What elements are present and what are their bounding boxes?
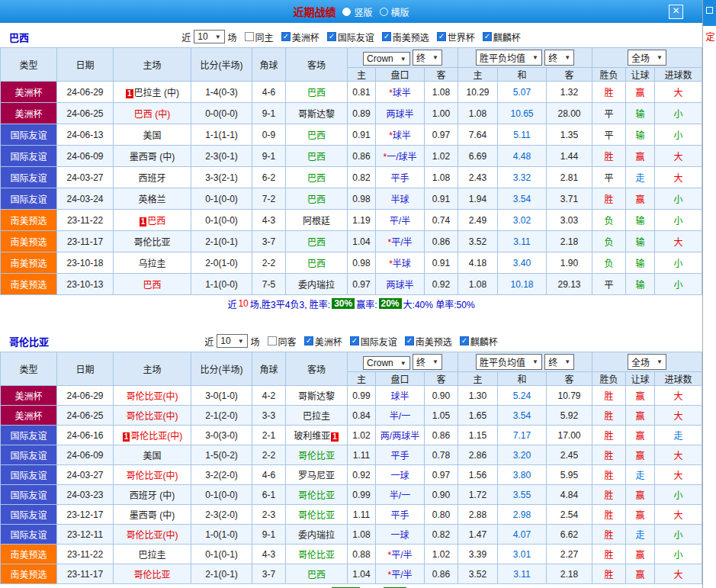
euro-away-odds: 2.18 <box>547 564 592 584</box>
table-header-row: 类型 日期 主场 比分(半场) 角球 客场 Crown 终 胜平负均值 终 <box>1 48 702 68</box>
close-icon[interactable]: ✕ <box>669 5 683 19</box>
corners: 4-6 <box>252 465 286 485</box>
home-team-name: 墨西哥 (中) <box>130 510 175 521</box>
section-header-brazil: 巴西 近 10 场 同主美洲杯国际友谊南美预选世界杯麒麟杯 <box>0 27 702 46</box>
odds-stage-select[interactable]: 终 <box>413 50 442 66</box>
match-count-select[interactable]: 10 <box>217 334 247 348</box>
col-goals: 进球数 <box>655 68 702 82</box>
checkbox-label: 国际友谊 <box>338 31 374 43</box>
match-date: 24-06-16 <box>57 426 114 445</box>
radio-icon[interactable] <box>342 8 351 16</box>
handicap-text: 两球半 <box>386 109 413 120</box>
view-option-label: 竖版 <box>354 5 372 18</box>
checkbox-icon[interactable] <box>483 32 492 41</box>
match-type: 南美预选 <box>1 210 57 231</box>
checkbox-icon[interactable] <box>382 32 391 41</box>
result-group: 全场 <box>592 352 702 372</box>
bookmaker-select[interactable]: Crown <box>363 52 410 66</box>
euro-home-odds: 3.52 <box>458 564 498 584</box>
goals-ou: 大 <box>655 167 702 188</box>
view-option-vertical[interactable]: 竖版 <box>342 5 372 18</box>
match-date: 24-06-25 <box>57 103 114 124</box>
recent-results-modal: 近期战绩 竖版 横版 ✕ 巴西 近 10 场 同主美洲杯国际友谊南美预选世界杯麒… <box>0 0 702 588</box>
checkbox-icon[interactable] <box>304 336 313 345</box>
competition-filter[interactable]: 同主 <box>245 31 274 43</box>
europe-odds-value: 胜平负均值 <box>480 51 525 64</box>
europe-odds-select[interactable]: 胜平负均值 <box>476 354 542 370</box>
euro-draw-odds: 3.40 <box>498 252 547 274</box>
col-asian-away: 客 <box>425 68 458 82</box>
match-row: 南美预选 23-11-17 哥伦比亚 2-1(0-1) 3-7 巴西 1.04 … <box>1 231 702 252</box>
result-wdl: 平 <box>592 167 626 188</box>
goals-ou: 大 <box>655 231 702 252</box>
ou-text: 大 <box>674 391 683 402</box>
competition-filter[interactable]: 美洲杯 <box>304 335 342 348</box>
filter-games-label: 场 <box>228 31 237 43</box>
match-row: 美洲杯 24-06-29 哥伦比亚(中) 3-0(1-0) 4-2 哥斯达黎 0… <box>1 386 702 406</box>
competition-filter[interactable]: 国际友谊 <box>327 31 374 43</box>
summary-text: 场,胜3平4负3, 胜率: <box>250 297 330 310</box>
competition-filter[interactable]: 南美预选 <box>382 31 429 43</box>
asian-handicap: 两/两球半 <box>376 426 425 445</box>
handicap-result-text: 赢 <box>636 550 645 561</box>
goals-ou: 大 <box>655 445 702 465</box>
asian-away-odds: 0.97 <box>425 465 458 485</box>
bookmaker-value: Crown <box>367 358 393 368</box>
competition-filter[interactable]: 世界杯 <box>437 31 475 43</box>
asian-handicap: 平手 <box>376 505 425 525</box>
checkbox-label: 麒麟杯 <box>493 31 521 43</box>
checkbox-icon[interactable] <box>327 32 336 41</box>
home-team: 哥伦比亚 <box>114 231 191 252</box>
competition-filter[interactable]: 麒麟杯 <box>483 31 521 43</box>
odds-stage-select[interactable]: 终 <box>413 354 442 370</box>
competition-filter[interactable]: 同客 <box>268 335 297 348</box>
match-date: 23-10-18 <box>57 252 114 274</box>
europe-odds-select[interactable]: 胜平负均值 <box>476 50 542 66</box>
away-team: 哥伦比亚 <box>286 545 348 564</box>
handicap-text: 两球半 <box>386 280 413 291</box>
ou-text: 走 <box>674 431 683 442</box>
handicap-text: 平/半 <box>391 550 412 561</box>
away-team-name: 巴西 <box>307 130 326 141</box>
competition-filter[interactable]: 南美预选 <box>405 335 452 348</box>
checkbox-icon[interactable] <box>281 32 291 41</box>
match-date: 24-03-23 <box>57 485 114 505</box>
handicap-result-text: 走 <box>636 530 645 541</box>
competition-filter[interactable]: 美洲杯 <box>281 31 319 43</box>
scope-select[interactable]: 全场 <box>628 354 666 370</box>
result-wdl: 平 <box>592 274 626 295</box>
bookmaker-select[interactable]: Crown <box>363 356 410 370</box>
col-away: 客场 <box>286 48 348 82</box>
scope-select[interactable]: 全场 <box>628 50 666 66</box>
checkbox-icon[interactable] <box>350 336 359 345</box>
result-wdl: 胜 <box>592 525 626 545</box>
checkbox-icon[interactable] <box>460 336 469 345</box>
euro-home-odds: 1.56 <box>458 465 498 485</box>
checkbox-icon[interactable] <box>268 336 277 345</box>
view-option-horizontal[interactable]: 横版 <box>380 5 409 18</box>
asian-home-odds: 1.02 <box>348 426 376 445</box>
checkbox-icon[interactable] <box>245 32 254 41</box>
handicap-text: 半/一 <box>390 411 410 422</box>
ou-text: 大 <box>674 510 683 521</box>
handicap-result: 走 <box>626 525 655 545</box>
goals-ou: 小 <box>655 124 702 146</box>
radio-icon[interactable] <box>380 8 388 16</box>
competition-filter[interactable]: 麒麟杯 <box>460 335 498 348</box>
handicap-result-text: 赢 <box>636 431 645 442</box>
checkbox-icon[interactable] <box>405 336 414 345</box>
checkbox-icon[interactable] <box>437 32 446 41</box>
away-team: 巴西 <box>286 146 348 167</box>
match-count-select[interactable]: 10 <box>194 30 224 43</box>
goals-ou: 小 <box>655 210 702 231</box>
wdl-text: 负 <box>605 237 614 248</box>
match-type: 国际友谊 <box>1 465 57 485</box>
asian-handicap: 球半 <box>376 386 425 406</box>
asian-handicap: 平手 <box>376 167 425 188</box>
europe-stage-select[interactable]: 终 <box>544 50 574 66</box>
wdl-text: 胜 <box>605 411 614 422</box>
title-group: 近期战绩 竖版 横版 <box>293 4 409 19</box>
wdl-text: 负 <box>605 216 614 227</box>
europe-stage-select[interactable]: 终 <box>544 354 574 370</box>
competition-filter[interactable]: 国际友谊 <box>350 335 397 348</box>
